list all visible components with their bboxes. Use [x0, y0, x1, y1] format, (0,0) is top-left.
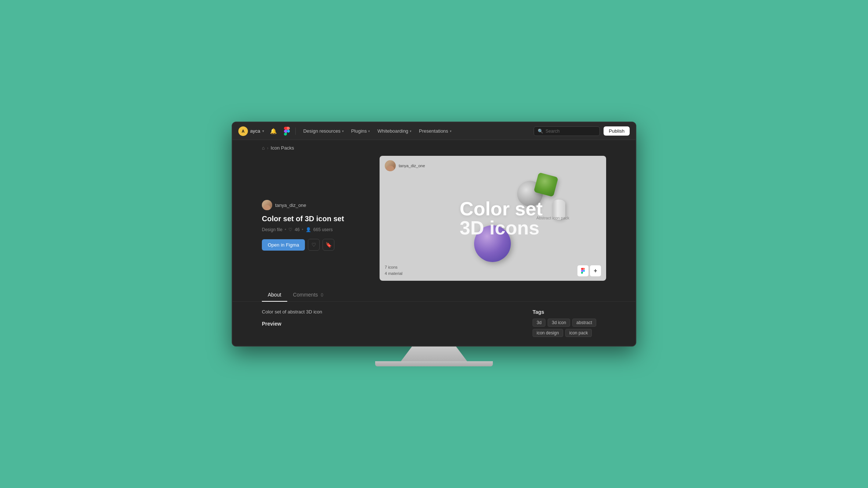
- breadcrumb-current: Icon Packs: [271, 145, 294, 151]
- preview-figma-button[interactable]: [577, 265, 588, 276]
- user-menu[interactable]: A ayca ▾: [238, 126, 264, 136]
- resource-title: Color set of 3D icon set: [262, 214, 365, 223]
- like-button[interactable]: ♡: [308, 239, 320, 251]
- author-name: tanya_diz_one: [275, 202, 306, 208]
- search-box[interactable]: 🔍 Search: [534, 126, 600, 136]
- search-icon: 🔍: [538, 129, 543, 134]
- breadcrumb: ⌂ › Icon Packs: [232, 140, 636, 156]
- nav-plugins[interactable]: Plugins ▾: [348, 126, 373, 136]
- notification-bell-icon[interactable]: 🔔: [268, 126, 278, 136]
- tab-about[interactable]: About: [262, 288, 287, 301]
- users-count: 665 users: [313, 227, 333, 232]
- action-row: Open in Figma ♡ 🔖: [262, 239, 365, 251]
- author-avatar-image: [262, 200, 272, 210]
- preview-title: Color set 3D icons: [460, 199, 542, 237]
- preview-top-bar: tanya_diz_one: [380, 156, 430, 176]
- plugins-chevron-icon: ▾: [368, 129, 370, 133]
- user-chevron-icon: ▾: [262, 129, 264, 133]
- comments-count: 0: [321, 293, 323, 298]
- monitor-base: [375, 361, 493, 366]
- nav-right: 🔍 Search Publish: [534, 126, 630, 136]
- description-text: Color set of abstract 3D icon: [262, 309, 518, 315]
- tabs-section: About Comments 0: [232, 288, 636, 302]
- meta-dot-1: •: [285, 227, 286, 232]
- username-label: ayca: [250, 128, 260, 134]
- breadcrumb-separator: ›: [267, 146, 268, 151]
- main-layout: tanya_diz_one Color set of 3D icon set D…: [232, 156, 636, 281]
- open-in-figma-button[interactable]: Open in Figma: [262, 239, 305, 251]
- tags-row: 3d 3d icon abstract icon design icon pac…: [533, 319, 606, 337]
- tags-section: Tags 3d 3d icon abstract icon design ico…: [533, 309, 606, 337]
- avatar: A: [238, 126, 248, 136]
- tabs-row: About Comments 0: [262, 288, 606, 301]
- breadcrumb-home[interactable]: ⌂: [262, 145, 265, 151]
- nav-divider: [295, 128, 296, 135]
- right-panel: tanya_diz_one Color set 3D icons Abstrac…: [380, 156, 606, 281]
- resource-meta: Design file • ♡ 46 • 👤 665 users: [262, 227, 365, 232]
- tags-title: Tags: [533, 309, 606, 315]
- preview-title-line2: 3D icons: [460, 218, 542, 237]
- tag-abstract[interactable]: abstract: [572, 319, 596, 327]
- nav-links: Design resources ▾ Plugins ▾ Whiteboardi…: [300, 126, 529, 136]
- tag-3d[interactable]: 3d: [533, 319, 545, 327]
- bookmark-icon: 🔖: [326, 242, 332, 248]
- nav-design-resources[interactable]: Design resources ▾: [300, 126, 346, 136]
- tag-icon-design[interactable]: icon design: [533, 329, 563, 337]
- users-icon: 👤: [306, 227, 311, 232]
- description-section: Color set of abstract 3D icon Preview: [262, 309, 518, 337]
- likes-heart-icon: ♡: [288, 227, 292, 232]
- preview-author-avatar: [385, 160, 396, 171]
- author-row: tanya_diz_one: [262, 200, 365, 210]
- tab-comments[interactable]: Comments 0: [287, 288, 329, 301]
- preview-add-button[interactable]: +: [590, 265, 601, 276]
- whiteboarding-chevron-icon: ▾: [410, 129, 412, 133]
- tag-icon-pack[interactable]: icon pack: [565, 329, 592, 337]
- preview-bottom: 7 icons 4 material: [380, 260, 606, 281]
- preview-title-line1: Color set: [460, 199, 542, 218]
- bottom-content: Color set of abstract 3D icon Preview Ta…: [232, 302, 636, 344]
- nav-presentations[interactable]: Presentations ▾: [416, 126, 455, 136]
- heart-icon: ♡: [312, 242, 316, 248]
- figma-icon: [283, 127, 291, 135]
- nav-whiteboarding[interactable]: Whiteboarding ▾: [374, 126, 415, 136]
- left-panel: tanya_diz_one Color set of 3D icon set D…: [262, 156, 365, 281]
- preview-stat-icons: 7 icons: [385, 264, 402, 270]
- preview-stats: 7 icons 4 material: [385, 264, 402, 276]
- design-resources-chevron-icon: ▾: [342, 129, 344, 133]
- likes-count: 46: [295, 227, 299, 232]
- bookmark-button[interactable]: 🔖: [323, 239, 334, 251]
- publish-button[interactable]: Publish: [604, 126, 630, 136]
- content-area: ⌂ › Icon Packs tanya_diz_one Color set o…: [232, 140, 636, 346]
- preview-card: tanya_diz_one Color set 3D icons Abstrac…: [380, 156, 606, 281]
- preview-badge: Abstract icon pack: [536, 216, 569, 220]
- author-avatar: [262, 200, 272, 210]
- monitor-screen: A ayca ▾ 🔔 Design resources: [232, 122, 636, 347]
- monitor-stand: [397, 347, 471, 361]
- file-type-label: Design file: [262, 227, 282, 232]
- tag-3d-icon[interactable]: 3d icon: [548, 319, 570, 327]
- preview-actions: +: [577, 265, 601, 276]
- search-placeholder: Search: [545, 129, 559, 134]
- presentations-chevron-icon: ▾: [450, 129, 452, 133]
- preview-section-label: Preview: [262, 321, 281, 327]
- plus-icon: +: [594, 268, 597, 274]
- preview-stat-material: 4 material: [385, 270, 402, 277]
- navbar: A ayca ▾ 🔔 Design resources: [232, 122, 636, 140]
- meta-dot-2: •: [302, 227, 303, 232]
- preview-author-name: tanya_diz_one: [399, 164, 425, 168]
